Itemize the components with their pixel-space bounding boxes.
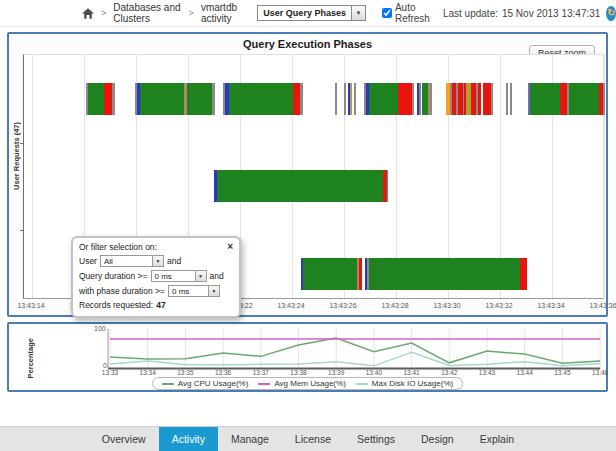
phase-duration-value: 0 ms xyxy=(169,287,208,296)
legend-label: Avg CPU Usage(%) xyxy=(178,379,249,388)
x-tick-label: 13:43:24 xyxy=(277,302,304,309)
query-phase-bar[interactable] xyxy=(506,83,512,115)
breadcrumb-separator-icon: > xyxy=(101,8,106,18)
chevron-down-icon: ▼ xyxy=(208,286,219,296)
legend-dash-icon xyxy=(356,383,368,385)
x-tick-label: 13:43:34 xyxy=(537,302,564,309)
query-phase-bar[interactable] xyxy=(135,83,215,115)
x-tick-label: 13:37 xyxy=(253,369,269,376)
breadcrumb-separator-icon: > xyxy=(189,8,194,18)
x-tick-label: 13:43:28 xyxy=(381,302,408,309)
y-tick-mark xyxy=(20,230,24,231)
tab-manage[interactable]: Manage xyxy=(218,427,282,451)
gridline xyxy=(32,55,33,298)
refresh-button[interactable]: ↻ xyxy=(606,6,616,21)
phase-segment-green xyxy=(140,83,184,115)
tab-explain[interactable]: Explain xyxy=(467,427,527,451)
phase-segment-red xyxy=(359,258,362,290)
tab-activity[interactable]: Activity xyxy=(159,427,218,451)
breadcrumb-current-page: vmartdb activity xyxy=(201,2,245,24)
phase-segment-green xyxy=(530,83,560,115)
home-button[interactable] xyxy=(82,8,94,19)
phase-segment-red xyxy=(293,83,300,115)
records-requested-value: 47 xyxy=(156,300,165,310)
phase-segment-gray xyxy=(335,83,337,115)
tab-settings[interactable]: Settings xyxy=(344,427,408,451)
query-phase-bar[interactable] xyxy=(364,83,414,115)
query-phase-bar[interactable] xyxy=(223,83,303,115)
filter-popup-title: Or filter selection on: xyxy=(79,242,157,252)
last-update-value: 15 Nov 2013 13:47:31 xyxy=(502,8,600,19)
query-phase-bar[interactable] xyxy=(344,83,356,115)
refresh-icon: ↻ xyxy=(607,8,615,18)
query-phase-bar[interactable] xyxy=(365,258,527,290)
tab-license[interactable]: License xyxy=(282,427,344,451)
legend-item[interactable]: Max Disk IO Usage(%) xyxy=(356,379,453,388)
phase-segment-gray xyxy=(510,83,512,115)
chevron-down-icon: ▼ xyxy=(351,6,365,20)
query-duration-select[interactable]: 0 ms ▼ xyxy=(151,270,207,282)
query-phase-bar[interactable] xyxy=(417,83,432,115)
x-tick-label: 13:46 xyxy=(592,369,608,376)
records-requested-label: Records requested: xyxy=(79,300,153,310)
x-tick-label: 13:33 xyxy=(102,369,118,376)
legend-dash-icon xyxy=(258,383,270,385)
tab-design[interactable]: Design xyxy=(408,427,467,451)
and-label: and xyxy=(210,271,224,281)
phase-segment-gray xyxy=(387,170,388,202)
query-phase-bar[interactable] xyxy=(214,170,388,202)
x-tick-label: 13:40 xyxy=(366,369,382,376)
legend-label: Avg Mem Usage(%) xyxy=(274,379,345,388)
x-tick-label: 13:43:36 xyxy=(589,302,616,309)
phase-segment-green xyxy=(369,83,398,115)
close-icon[interactable]: × xyxy=(227,242,233,252)
last-update-label: Last update: xyxy=(443,8,498,19)
x-tick-label: 13:43:32 xyxy=(485,302,512,309)
header: > Databases and Clusters > vmartdb activ… xyxy=(0,0,616,27)
chevron-down-icon: ▼ xyxy=(152,256,163,266)
view-select-value: User Query Phases xyxy=(258,8,351,18)
usage-legend: Avg CPU Usage(%)Avg Mem Usage(%)Max Disk… xyxy=(9,377,606,390)
phase-segment-green xyxy=(303,258,357,290)
home-icon xyxy=(82,8,94,19)
auto-refresh-checkbox[interactable] xyxy=(382,8,392,18)
user-filter-label: User xyxy=(79,256,97,266)
x-tick-label: 13:42 xyxy=(441,369,457,376)
x-tick-label: 13:41 xyxy=(403,369,419,376)
breadcrumb-databases-and-clusters[interactable]: Databases and Clusters xyxy=(113,2,181,24)
tab-overview[interactable]: Overview xyxy=(89,427,159,451)
query-phase-bar[interactable] xyxy=(301,258,362,290)
legend-item[interactable]: Avg CPU Usage(%) xyxy=(162,379,249,388)
x-tick-label: 13:38 xyxy=(290,369,306,376)
query-duration-label: Query duration >= xyxy=(79,271,148,281)
footer-nav: Overview Activity Manage License Setting… xyxy=(0,426,616,451)
gantt-y-axis-label: User Requests (47) xyxy=(12,122,21,190)
legend-item[interactable]: Avg Mem Usage(%) xyxy=(258,379,345,388)
x-tick-label: 13:35 xyxy=(177,369,193,376)
x-tick-label: 13:39 xyxy=(328,369,344,376)
phase-duration-select[interactable]: 0 ms ▼ xyxy=(168,285,220,297)
phase-segment-gray xyxy=(491,83,493,115)
page: > Databases and Clusters > vmartdb activ… xyxy=(0,0,616,451)
phase-segment-gray xyxy=(412,83,414,115)
phase-segment-green xyxy=(369,258,520,290)
query-phases-panel: Query Execution Phases Reset zoom User R… xyxy=(7,32,608,317)
query-duration-value: 0 ms xyxy=(152,272,195,281)
query-phase-bar[interactable] xyxy=(86,83,115,115)
phase-segment-green xyxy=(229,83,293,115)
x-tick-label: 13:43:26 xyxy=(329,302,356,309)
phase-segment-gray xyxy=(354,83,356,115)
query-phase-bar[interactable] xyxy=(335,83,337,115)
phase-segment-red xyxy=(520,258,527,290)
user-filter-select[interactable]: All ▼ xyxy=(100,255,164,267)
y-tick-mark xyxy=(20,143,24,144)
view-select[interactable]: User Query Phases ▼ xyxy=(257,5,366,21)
x-tick-label: 13:34 xyxy=(140,369,156,376)
auto-refresh-label: Auto Refresh xyxy=(395,2,430,24)
phase-segment-red xyxy=(560,83,567,115)
query-phase-bar[interactable] xyxy=(446,83,493,115)
usage-panel: Percentage 100 0 13:3313:3413:3513:3613:… xyxy=(7,322,608,392)
query-phase-bar[interactable] xyxy=(528,83,605,115)
legend-dash-icon xyxy=(162,383,174,385)
x-tick-label: 13:43 xyxy=(479,369,495,376)
